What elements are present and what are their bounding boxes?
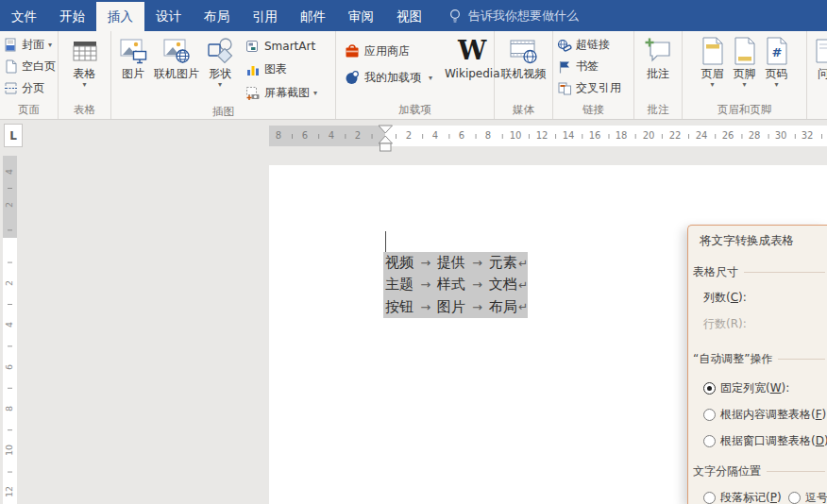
screenshot-icon — [245, 86, 261, 101]
blank-page-icon — [4, 59, 18, 74]
svg-text:#: # — [771, 45, 782, 59]
tab-mark: → — [465, 300, 488, 314]
tab-file[interactable]: 文件 — [0, 2, 48, 31]
radio-icon[interactable] — [703, 409, 716, 421]
tab-insert[interactable]: 插入 — [96, 2, 144, 31]
group-label-header-footer: 页眉和页脚 — [683, 103, 806, 119]
ribbon: 封面▾ 空白页 分页 页面 — [0, 31, 827, 120]
tab-home[interactable]: 开始 — [48, 2, 96, 31]
store-button[interactable]: 应用商店 — [340, 38, 414, 64]
wikipedia-icon: W — [458, 34, 486, 67]
footer-button[interactable]: 页脚 ▾ — [729, 31, 761, 90]
group-label-illustrations: 插图 — [111, 105, 335, 119]
online-video-button[interactable]: 联机视频 — [498, 31, 549, 80]
store-icon — [344, 42, 361, 59]
radio-icon[interactable] — [703, 492, 716, 504]
page-number-icon: # — [764, 34, 790, 67]
chart-icon — [245, 62, 261, 77]
radio-paragraph-marks[interactable]: 段落标记(P) — [703, 490, 782, 504]
rows-count-label: 行数(R): — [703, 316, 747, 332]
blank-page-button[interactable]: 空白页 — [0, 56, 59, 77]
tab-design[interactable]: 设计 — [144, 2, 193, 31]
menu-bar: 文件 开始 插入 设计 布局 引用 邮件 审阅 视图 告诉我你想要做什么 — [0, 0, 827, 31]
clipped-button[interactable]: 问 — [807, 31, 827, 80]
convert-text-to-table-dialog: 将文字转换成表格 表格尺寸 列数(C): 行数(R): “自动调整”操作 固定列… — [687, 225, 827, 504]
radio-icon[interactable] — [703, 435, 716, 447]
tab-stop-selector[interactable]: L — [4, 124, 23, 147]
comment-icon — [644, 34, 672, 67]
header-button[interactable]: 页眉 ▾ — [697, 31, 729, 90]
smartart-icon — [245, 39, 261, 54]
tell-me-box[interactable]: 告诉我你想要做什么 — [448, 0, 579, 31]
horizontal-ruler-margin: 8 6 4 2 — [269, 126, 385, 146]
page-break-icon — [4, 81, 18, 95]
group-header-footer: 页眉 ▾ 页脚 ▾ # 页码 ▾ 页眉和页脚 — [683, 31, 807, 119]
chart-button[interactable]: 图表 — [242, 58, 291, 81]
screenshot-button[interactable]: 屏幕截图▾ — [242, 81, 321, 105]
online-pictures-icon — [161, 34, 192, 67]
tab-references[interactable]: 引用 — [241, 2, 289, 31]
my-addins-button[interactable]: 我的加载项▾ — [340, 64, 436, 91]
cross-reference-icon — [557, 81, 572, 96]
paragraph-mark: ↵ — [518, 257, 528, 270]
radio-selected-icon[interactable] — [703, 382, 716, 395]
columns-count-label[interactable]: 列数(C): — [703, 290, 747, 306]
text-cursor — [385, 231, 386, 252]
tell-me-label: 告诉我你想要做什么 — [468, 8, 579, 25]
tab-review[interactable]: 审阅 — [337, 2, 385, 31]
online-pictures-button[interactable]: 联机图片 — [151, 31, 202, 80]
tab-layout[interactable]: 布局 — [193, 2, 241, 31]
dropdown-arrow-icon: ▾ — [774, 80, 778, 90]
hyperlink-button[interactable]: 超链接 — [553, 34, 614, 56]
dropdown-arrow-icon: ▾ — [82, 80, 86, 90]
tab-view[interactable]: 视图 — [385, 2, 433, 31]
header-icon — [700, 34, 726, 67]
tab-mark: → — [465, 256, 488, 270]
footer-icon — [732, 34, 758, 67]
paragraph-mark: ↵ — [518, 278, 528, 292]
dropdown-arrow-icon: ▾ — [48, 41, 52, 49]
page-number-button[interactable]: # 页码 ▾ — [761, 31, 793, 90]
group-pages: 封面▾ 空白页 分页 页面 — [0, 31, 59, 119]
group-links: 超链接 书签 交叉引用 链接 — [553, 31, 634, 119]
shapes-button[interactable]: 形状 ▾ — [202, 31, 238, 90]
page-break-button[interactable]: 分页 — [0, 77, 48, 99]
group-comments: 批注 批注 — [634, 31, 683, 119]
group-label-table: 表格 — [59, 103, 110, 119]
dropdown-arrow-icon: ▾ — [710, 80, 714, 90]
dropdown-arrow-icon: ▾ — [429, 74, 432, 82]
doc-line: 主题→样式→文档↵ — [385, 274, 528, 295]
radio-icon[interactable] — [788, 492, 801, 504]
comment-button[interactable]: 批注 — [641, 31, 675, 80]
indent-markers[interactable] — [378, 125, 394, 154]
picture-button[interactable]: 图片 — [115, 31, 151, 80]
bookmark-icon — [557, 59, 572, 75]
section-separate-text-at: 文字分隔位置 — [693, 463, 825, 479]
cross-reference-button[interactable]: 交叉引用 — [553, 77, 625, 99]
group-label-comments: 批注 — [634, 103, 682, 119]
group-illustrations: 图片 联机图片 形状 ▾ — [111, 31, 336, 119]
smartart-button[interactable]: SmartArt — [242, 34, 319, 58]
section-table-size: 表格尺寸 — [693, 264, 825, 280]
group-table: 表格 ▾ 表格 — [59, 31, 111, 119]
wikipedia-button[interactable]: W Wikipedia — [442, 31, 503, 80]
group-label-media: 媒体 — [495, 103, 552, 119]
horizontal-ruler: 8 6 4 2 2 4 6 8 10 12 14 16 18 20 22 24 … — [269, 126, 827, 146]
tab-mark: → — [414, 300, 436, 314]
tab-mailings[interactable]: 邮件 — [289, 2, 337, 31]
dialog-title[interactable]: 将文字转换成表格 — [700, 233, 794, 249]
selected-text-block[interactable]: 视频→提供→元素↵ 主题→样式→文档↵ 按钮→图片→布局↵ — [383, 252, 528, 318]
table-button[interactable]: 表格 ▾ — [68, 31, 102, 90]
bookmark-button[interactable]: 书签 — [553, 56, 602, 77]
cover-page-button[interactable]: 封面▾ — [0, 34, 56, 56]
tab-mark: → — [414, 256, 436, 270]
dropdown-arrow-icon: ▾ — [218, 80, 222, 90]
clipped-page-icon — [813, 34, 827, 67]
radio-fixed-column-width[interactable]: 固定列宽(W): — [703, 380, 789, 396]
word-app: 文件 开始 插入 设计 布局 引用 邮件 审阅 视图 告诉我你想要做什么 封面▾ — [0, 0, 827, 504]
radio-comma[interactable]: 逗号 — [788, 490, 827, 504]
radio-autofit-window[interactable]: 根据窗口调整表格(D) — [703, 433, 827, 449]
vertical-ruler-margin: 4 2 — [3, 156, 17, 238]
radio-autofit-contents[interactable]: 根据内容调整表格(F) — [703, 407, 826, 423]
group-addins: 应用商店 我的加载项▾ W Wikipedia 加载项 — [336, 31, 495, 119]
